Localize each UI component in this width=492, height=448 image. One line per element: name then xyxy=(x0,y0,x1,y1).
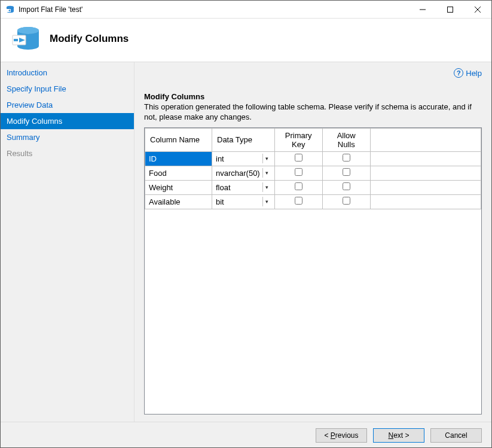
extra-cell xyxy=(370,180,481,194)
table-row[interactable]: Availablebit▾ xyxy=(145,194,481,209)
schema-tbody: IDint▾Foodnvarchar(50)▾Weightfloat▾Avail… xyxy=(145,151,481,209)
column-name-cell[interactable]: Food xyxy=(145,166,212,180)
allow-nulls-cell xyxy=(322,194,370,209)
extra-cell xyxy=(370,151,481,166)
sidebar-item-summary[interactable]: Summary xyxy=(1,129,134,145)
cancel-button[interactable]: Cancel xyxy=(430,428,482,443)
help-row: ? Help xyxy=(144,68,482,78)
body: IntroductionSpecify Input FilePreview Da… xyxy=(1,62,491,422)
svg-point-7 xyxy=(17,27,39,34)
primary-key-checkbox[interactable] xyxy=(295,197,302,205)
primary-key-cell xyxy=(274,166,322,180)
table-row[interactable]: Foodnvarchar(50)▾ xyxy=(145,166,481,180)
table-row[interactable]: IDint▾ xyxy=(145,151,481,166)
dropdown-arrow-icon[interactable]: ▾ xyxy=(262,182,271,192)
sidebar: IntroductionSpecify Input FilePreview Da… xyxy=(1,62,135,422)
section-title: Modify Columns xyxy=(144,92,482,101)
data-type-value: bit xyxy=(216,197,224,206)
window-controls xyxy=(409,1,491,19)
primary-key-checkbox[interactable] xyxy=(295,154,302,161)
next-button[interactable]: Next > xyxy=(373,428,424,443)
allow-nulls-checkbox[interactable] xyxy=(343,154,350,161)
data-type-value: float xyxy=(216,183,231,192)
sidebar-item-preview-data[interactable]: Preview Data xyxy=(1,97,134,113)
sidebar-item-results: Results xyxy=(1,145,134,161)
allow-nulls-checkbox[interactable] xyxy=(343,168,350,176)
sidebar-item-introduction[interactable]: Introduction xyxy=(1,65,134,81)
allow-nulls-cell xyxy=(322,180,370,194)
column-name-cell[interactable]: Available xyxy=(145,194,212,209)
page-title: Modify Columns xyxy=(50,33,129,45)
wizard-icon xyxy=(10,23,41,54)
help-icon: ? xyxy=(454,68,463,78)
dropdown-arrow-icon[interactable]: ▾ xyxy=(262,168,271,178)
help-label: Help xyxy=(466,69,482,78)
previous-button[interactable]: < Previous xyxy=(316,428,367,443)
table-row[interactable]: Weightfloat▾ xyxy=(145,180,481,194)
close-button[interactable] xyxy=(464,1,491,19)
data-type-value: nvarchar(50) xyxy=(216,169,260,178)
primary-key-cell xyxy=(274,151,322,166)
content: ? Help Modify Columns This operation gen… xyxy=(135,62,491,422)
footer: < Previous Next > Cancel xyxy=(1,422,491,448)
data-type-cell[interactable]: nvarchar(50)▾ xyxy=(212,166,275,180)
data-type-cell[interactable]: int▾ xyxy=(212,151,275,166)
primary-key-checkbox[interactable] xyxy=(295,182,302,190)
titlebar: Import Flat File 'test' xyxy=(1,1,491,19)
schema-grid[interactable]: Column Name Data Type Primary Key Allow … xyxy=(144,127,482,415)
section-description: This operation generated the following t… xyxy=(144,102,482,123)
app-icon xyxy=(5,5,15,14)
primary-key-cell xyxy=(274,180,322,194)
col-header-extra xyxy=(370,128,481,151)
window-title: Import Flat File 'test' xyxy=(19,5,409,14)
data-type-value: int xyxy=(216,154,224,163)
extra-cell xyxy=(370,194,481,209)
data-type-cell[interactable]: float▾ xyxy=(212,180,275,194)
data-type-cell[interactable]: bit▾ xyxy=(212,194,275,209)
dropdown-arrow-icon[interactable]: ▾ xyxy=(262,197,271,206)
primary-key-checkbox[interactable] xyxy=(295,168,302,176)
dropdown-arrow-icon[interactable]: ▾ xyxy=(262,154,271,163)
allow-nulls-cell xyxy=(322,151,370,166)
allow-nulls-checkbox[interactable] xyxy=(343,182,350,190)
maximize-button[interactable] xyxy=(436,1,464,19)
extra-cell xyxy=(370,166,481,180)
column-name-cell[interactable]: Weight xyxy=(145,180,212,194)
minimize-button[interactable] xyxy=(409,1,436,19)
header: Modify Columns xyxy=(1,19,491,62)
primary-key-cell xyxy=(274,194,322,209)
col-header-nulls[interactable]: Allow Nulls xyxy=(322,128,370,151)
sidebar-item-specify-input-file[interactable]: Specify Input File xyxy=(1,81,134,97)
col-header-type[interactable]: Data Type xyxy=(212,128,275,151)
column-name-cell[interactable]: ID xyxy=(145,151,212,166)
sidebar-item-modify-columns[interactable]: Modify Columns xyxy=(1,113,134,129)
svg-rect-3 xyxy=(448,7,453,12)
col-header-name[interactable]: Column Name xyxy=(145,128,212,151)
allow-nulls-cell xyxy=(322,166,370,180)
help-link[interactable]: ? Help xyxy=(454,68,482,78)
col-header-pk[interactable]: Primary Key xyxy=(274,128,322,151)
allow-nulls-checkbox[interactable] xyxy=(343,197,350,205)
svg-rect-9 xyxy=(14,39,18,41)
